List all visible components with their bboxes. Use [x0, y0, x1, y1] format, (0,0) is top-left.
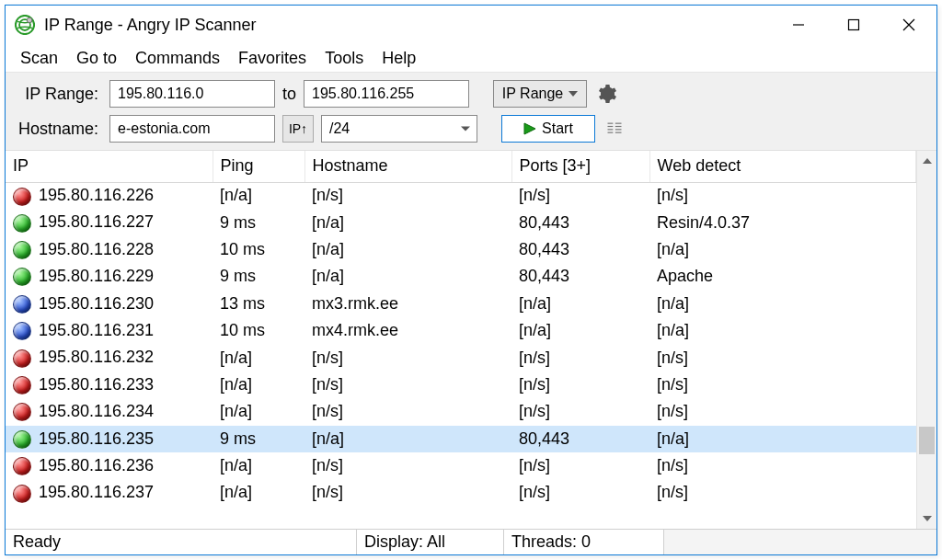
- svg-point-2: [27, 17, 31, 22]
- chevron-down-icon: [569, 91, 578, 97]
- table-row[interactable]: 195.80.116.236[n/a][n/s][n/s][n/s]: [6, 452, 916, 479]
- minimize-button[interactable]: [771, 6, 826, 44]
- start-button[interactable]: Start: [501, 115, 595, 143]
- status-dot-icon: [13, 430, 31, 449]
- titlebar: IP Range - Angry IP Scanner: [6, 6, 936, 44]
- table-row[interactable]: 195.80.116.226[n/a][n/s][n/s][n/s]: [6, 182, 916, 209]
- status-dot-icon: [13, 241, 31, 259]
- close-button[interactable]: [881, 6, 936, 44]
- status-dot-icon: [13, 188, 31, 206]
- preferences-button[interactable]: [594, 82, 618, 106]
- menu-commands[interactable]: Commands: [128, 47, 227, 70]
- table-row[interactable]: 195.80.116.232[n/a][n/s][n/s][n/s]: [6, 344, 916, 371]
- menu-tools[interactable]: Tools: [317, 47, 371, 70]
- status-progress: [664, 530, 936, 554]
- table-row[interactable]: 195.80.116.23110 msmx4.rmk.ee[n/a][n/a]: [6, 317, 916, 344]
- menu-goto[interactable]: Go to: [69, 47, 124, 70]
- svg-rect-4: [849, 20, 859, 30]
- column-ip[interactable]: IP: [6, 151, 213, 182]
- ip-range-label: IP Range:: [15, 85, 102, 104]
- table-row[interactable]: 195.80.116.234[n/a][n/s][n/s][n/s]: [6, 398, 916, 425]
- status-dot-icon: [13, 295, 31, 314]
- window-title: IP Range - Angry IP Scanner: [44, 16, 256, 35]
- status-ready: Ready: [6, 530, 357, 554]
- column-ports[interactable]: Ports [3+]: [511, 151, 649, 182]
- menu-scan[interactable]: Scan: [13, 47, 65, 70]
- table-row[interactable]: 195.80.116.237[n/a][n/s][n/s][n/s]: [6, 479, 916, 506]
- feeder-label: IP Range: [502, 86, 563, 102]
- scroll-track[interactable]: [917, 171, 936, 509]
- gear-icon: [595, 83, 617, 105]
- table-row[interactable]: 195.80.116.233[n/a][n/s][n/s][n/s]: [6, 371, 916, 398]
- fetchers-button[interactable]: [603, 117, 626, 141]
- status-dot-icon: [13, 214, 31, 233]
- column-web[interactable]: Web detect: [649, 151, 916, 182]
- statusbar: Ready Display: All Threads: 0: [6, 529, 936, 554]
- start-label: Start: [542, 120, 573, 137]
- scroll-thumb[interactable]: [919, 427, 935, 454]
- maximize-button[interactable]: [826, 6, 881, 44]
- status-dot-icon: [13, 376, 31, 394]
- status-dot-icon: [13, 268, 31, 286]
- table-row[interactable]: 195.80.116.23013 msmx3.rmk.ee[n/a][n/a]: [6, 291, 916, 317]
- menubar: Scan Go to Commands Favorites Tools Help: [6, 44, 936, 72]
- status-dot-icon: [13, 403, 31, 421]
- status-dot-icon: [13, 485, 31, 503]
- app-window: IP Range - Angry IP Scanner Scan Go to C…: [5, 5, 937, 555]
- column-hostname[interactable]: Hostname: [304, 151, 511, 182]
- scroll-down-icon[interactable]: [923, 509, 932, 529]
- play-icon: [523, 122, 536, 135]
- status-display: Display: All: [357, 530, 504, 554]
- scroll-up-icon[interactable]: [923, 151, 932, 171]
- menu-favorites[interactable]: Favorites: [231, 47, 314, 70]
- menu-help[interactable]: Help: [374, 47, 423, 70]
- feeder-select[interactable]: IP Range: [493, 80, 587, 108]
- hostname-label: Hostname:: [15, 120, 102, 139]
- ip-end-input[interactable]: [304, 80, 469, 108]
- table-row[interactable]: 195.80.116.2299 ms[n/a]80,443Apache: [6, 263, 916, 290]
- table-row[interactable]: 195.80.116.22810 ms[n/a]80,443[n/a]: [6, 236, 916, 263]
- status-dot-icon: [13, 457, 31, 475]
- fetchers-icon: [605, 120, 624, 138]
- results-area: IP Ping Hostname Ports [3+] Web detect 1…: [6, 151, 936, 529]
- ip-start-input[interactable]: [109, 80, 275, 108]
- vertical-scrollbar[interactable]: [916, 151, 936, 529]
- results-table[interactable]: IP Ping Hostname Ports [3+] Web detect 1…: [6, 151, 916, 507]
- status-threads: Threads: 0: [504, 530, 664, 554]
- hostname-input[interactable]: [109, 115, 275, 143]
- ip-up-button[interactable]: IP↑: [282, 115, 314, 143]
- status-dot-icon: [13, 322, 31, 340]
- app-icon: [15, 15, 35, 35]
- table-row[interactable]: 195.80.116.2279 ms[n/a]80,443Resin/4.0.3…: [6, 209, 916, 235]
- toolbar: IP Range: to IP Range Hostname: IP↑: [6, 72, 936, 151]
- table-row[interactable]: 195.80.116.2359 ms[n/a]80,443[n/a]: [6, 426, 916, 452]
- column-ping[interactable]: Ping: [213, 151, 304, 182]
- status-dot-icon: [13, 349, 31, 368]
- netmask-select[interactable]: [321, 115, 477, 143]
- to-label: to: [282, 85, 296, 104]
